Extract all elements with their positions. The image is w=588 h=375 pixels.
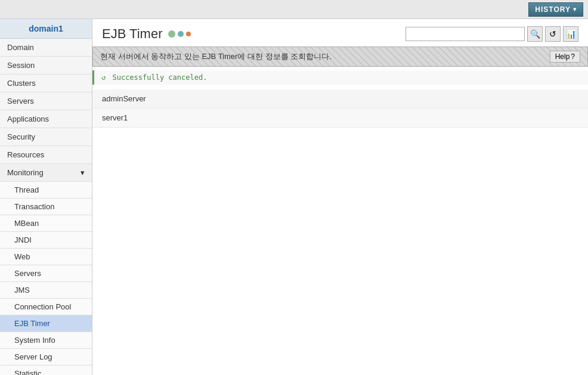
sidebar-item-transaction[interactable]: Transaction bbox=[0, 199, 92, 215]
help-icon: ? bbox=[571, 52, 575, 61]
sidebar: domain1 Domain Session Clusters Servers … bbox=[0, 19, 92, 375]
sidebar-item-applications[interactable]: Applications bbox=[0, 110, 92, 128]
success-message: ↺ Successfully canceled. bbox=[92, 70, 588, 85]
sidebar-item-monitoring[interactable]: Monitoring ▾ bbox=[0, 164, 92, 182]
sidebar-item-ejb-timer[interactable]: EJB Timer bbox=[0, 315, 92, 332]
monitoring-chevron-icon: ▾ bbox=[81, 168, 85, 177]
sidebar-item-servers[interactable]: Servers bbox=[0, 92, 92, 110]
history-label: HISTORY bbox=[535, 5, 571, 14]
sidebar-item-statistic[interactable]: Statistic bbox=[0, 365, 92, 375]
dot-teal-icon bbox=[178, 31, 184, 37]
sidebar-item-jms[interactable]: JMS bbox=[0, 282, 92, 299]
refresh-button[interactable]: ↺ bbox=[545, 26, 561, 42]
search-icon: 🔍 bbox=[530, 29, 540, 39]
info-banner: 현재 서버에서 동작하고 있는 EJB Timer에 대한 정보를 조회합니다.… bbox=[92, 47, 588, 67]
sidebar-item-jndi[interactable]: JNDI bbox=[0, 232, 92, 249]
chevron-down-icon: ▾ bbox=[573, 6, 577, 13]
history-button[interactable]: HISTORY ▾ bbox=[528, 2, 583, 17]
sidebar-item-resources[interactable]: Resources bbox=[0, 146, 92, 164]
server-row[interactable]: adminServer bbox=[92, 89, 588, 109]
main-content: EJB Timer 🔍 ↺ 📊 bbox=[92, 19, 588, 375]
dot-green-icon bbox=[168, 30, 175, 38]
search-button[interactable]: 🔍 bbox=[527, 26, 543, 42]
domain-label[interactable]: domain1 bbox=[0, 19, 92, 39]
sidebar-item-session[interactable]: Session bbox=[0, 57, 92, 75]
refresh-icon: ↺ bbox=[549, 29, 556, 39]
export-button[interactable]: 📊 bbox=[563, 26, 578, 42]
export-icon: 📊 bbox=[566, 29, 576, 39]
top-bar: HISTORY ▾ bbox=[0, 0, 588, 19]
help-label: Help bbox=[555, 52, 570, 61]
page-header: EJB Timer 🔍 ↺ 📊 bbox=[92, 19, 588, 47]
main-layout: domain1 Domain Session Clusters Servers … bbox=[0, 19, 588, 375]
sidebar-item-domain[interactable]: Domain bbox=[0, 39, 92, 57]
search-input[interactable] bbox=[406, 27, 525, 41]
search-bar: 🔍 ↺ 📊 bbox=[406, 26, 578, 42]
info-text: 현재 서버에서 동작하고 있는 EJB Timer에 대한 정보를 조회합니다. bbox=[100, 51, 332, 62]
sidebar-item-servers-mon[interactable]: Servers bbox=[0, 265, 92, 282]
success-icon: ↺ bbox=[101, 73, 110, 82]
sidebar-item-security[interactable]: Security bbox=[0, 128, 92, 146]
sidebar-item-thread[interactable]: Thread bbox=[0, 182, 92, 199]
title-area: EJB Timer bbox=[102, 26, 191, 42]
sidebar-item-system-info[interactable]: System Info bbox=[0, 332, 92, 349]
sidebar-item-mbean[interactable]: MBean bbox=[0, 215, 92, 232]
sidebar-item-server-log[interactable]: Server Log bbox=[0, 349, 92, 365]
page-title: EJB Timer bbox=[102, 26, 162, 42]
server-row[interactable]: server1 bbox=[92, 109, 588, 128]
sidebar-item-web[interactable]: Web bbox=[0, 249, 92, 265]
sidebar-item-connection-pool[interactable]: Connection Pool bbox=[0, 299, 92, 315]
help-button[interactable]: Help ? bbox=[550, 51, 580, 63]
server-list: adminServer server1 bbox=[92, 89, 588, 128]
title-decoration bbox=[168, 30, 191, 38]
dot-orange-icon bbox=[186, 32, 191, 36]
sidebar-item-clusters[interactable]: Clusters bbox=[0, 75, 92, 92]
